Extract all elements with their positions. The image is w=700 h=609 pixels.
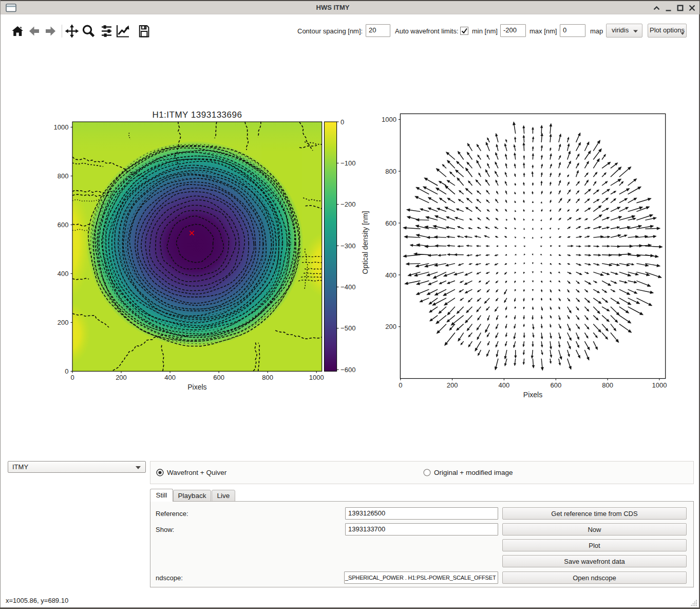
svg-text:−300: −300 — [340, 242, 355, 250]
svg-text:400: 400 — [385, 271, 396, 279]
svg-text:Pixels: Pixels — [523, 391, 542, 399]
svg-text:Optical density [nm]: Optical density [nm] — [361, 211, 369, 274]
svg-text:1000: 1000 — [309, 374, 324, 381]
svg-text:H1:ITMY 1393133696: H1:ITMY 1393133696 — [152, 110, 242, 120]
svg-text:200: 200 — [116, 374, 127, 381]
svg-text:400: 400 — [164, 374, 176, 381]
svg-text:1000: 1000 — [54, 123, 69, 131]
svg-text:800: 800 — [385, 168, 396, 175]
svg-text:200: 200 — [447, 381, 458, 389]
svg-text:600: 600 — [58, 221, 69, 229]
svg-text:0: 0 — [65, 367, 68, 375]
svg-text:200: 200 — [58, 319, 69, 326]
svg-text:−100: −100 — [340, 159, 355, 167]
svg-text:600: 600 — [550, 381, 561, 389]
svg-text:0: 0 — [70, 374, 74, 381]
svg-text:800: 800 — [602, 381, 613, 389]
svg-text:1000: 1000 — [652, 381, 667, 389]
svg-text:400: 400 — [58, 270, 69, 278]
svg-text:0: 0 — [340, 118, 344, 126]
svg-text:400: 400 — [499, 381, 510, 389]
svg-text:−400: −400 — [340, 283, 355, 291]
svg-text:800: 800 — [262, 374, 273, 381]
svg-text:−200: −200 — [340, 200, 355, 208]
svg-text:1000: 1000 — [382, 116, 396, 123]
svg-text:200: 200 — [385, 323, 396, 330]
svg-text:800: 800 — [58, 172, 69, 180]
svg-text:−500: −500 — [340, 324, 355, 332]
svg-text:600: 600 — [385, 219, 396, 227]
svg-text:−600: −600 — [340, 366, 355, 374]
svg-text:Pixels: Pixels — [187, 383, 206, 391]
svg-text:600: 600 — [213, 374, 224, 381]
svg-text:0: 0 — [399, 381, 402, 389]
